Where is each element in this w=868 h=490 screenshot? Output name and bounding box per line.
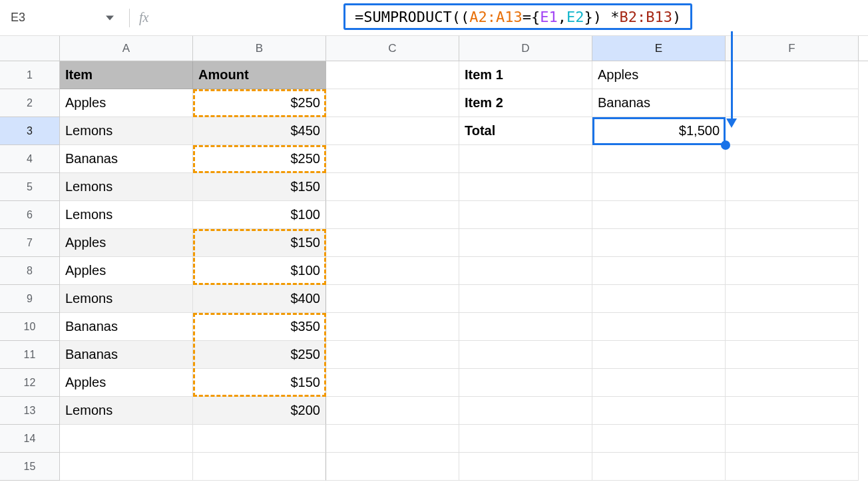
select-all-corner[interactable] [0,36,60,61]
cell-E15[interactable] [592,453,726,481]
cell-F4[interactable] [726,145,859,173]
cell-D15[interactable] [459,453,592,481]
cell-E7[interactable] [592,229,726,257]
cell-F8[interactable] [726,257,859,285]
cell-C6[interactable] [326,201,459,229]
cell-F14[interactable] [726,425,859,453]
cell-E2[interactable]: Bananas [592,89,726,117]
cell-C3[interactable] [326,117,459,145]
cell-A6[interactable]: Lemons [60,201,193,229]
cell-A7[interactable]: Apples [60,229,193,257]
row-header-5[interactable]: 5 [0,173,60,201]
cell-C14[interactable] [326,425,459,453]
cell-F12[interactable] [726,369,859,397]
cell-E5[interactable] [592,173,726,201]
cell-F5[interactable] [726,173,859,201]
row-header-12[interactable]: 12 [0,369,60,397]
cell-D7[interactable] [459,229,592,257]
col-header-A[interactable]: A [60,36,193,61]
cell-E3[interactable]: $1,500 [592,117,726,145]
cell-F1[interactable] [726,61,859,89]
cell-C7[interactable] [326,229,459,257]
cell-C1[interactable] [326,61,459,89]
cell-B10[interactable]: $350 [193,313,326,341]
cell-D8[interactable] [459,257,592,285]
col-header-D[interactable]: D [459,36,592,61]
cell-D10[interactable] [459,313,592,341]
name-box-dropdown-icon[interactable] [100,8,120,28]
cell-F11[interactable] [726,341,859,369]
cell-C4[interactable] [326,145,459,173]
row-header-9[interactable]: 9 [0,285,60,313]
cell-D2[interactable]: Item 2 [459,89,592,117]
cell-D1[interactable]: Item 1 [459,61,592,89]
cell-F9[interactable] [726,285,859,313]
row-header-3[interactable]: 3 [0,117,60,145]
cell-B15[interactable] [193,453,326,481]
cell-A9[interactable]: Lemons [60,285,193,313]
cell-F6[interactable] [726,201,859,229]
col-header-F[interactable]: F [726,36,859,61]
cell-B7[interactable]: $150 [193,229,326,257]
row-header-1[interactable]: 1 [0,61,60,89]
cell-E10[interactable] [592,313,726,341]
cell-D4[interactable] [459,145,592,173]
cell-E8[interactable] [592,257,726,285]
cell-E14[interactable] [592,425,726,453]
cell-B12[interactable]: $150 [193,369,326,397]
cell-F13[interactable] [726,397,859,425]
cell-C11[interactable] [326,341,459,369]
cell-E1[interactable]: Apples [592,61,726,89]
cell-C9[interactable] [326,285,459,313]
cell-A14[interactable] [60,425,193,453]
row-header-7[interactable]: 7 [0,229,60,257]
cell-E6[interactable] [592,201,726,229]
row-header-6[interactable]: 6 [0,201,60,229]
cell-B14[interactable] [193,425,326,453]
row-header-8[interactable]: 8 [0,257,60,285]
cell-D3[interactable]: Total [459,117,592,145]
cell-D9[interactable] [459,285,592,313]
cell-D14[interactable] [459,425,592,453]
cell-F3[interactable] [726,117,859,145]
cell-C8[interactable] [326,257,459,285]
cell-B2[interactable]: $250 [193,89,326,117]
row-header-13[interactable]: 13 [0,397,60,425]
name-box[interactable]: E3 [7,11,100,25]
row-header-4[interactable]: 4 [0,145,60,173]
row-header-2[interactable]: 2 [0,89,60,117]
cell-A5[interactable]: Lemons [60,173,193,201]
cell-D12[interactable] [459,369,592,397]
col-header-C[interactable]: C [326,36,459,61]
cell-A12[interactable]: Apples [60,369,193,397]
cell-B1[interactable]: Amount [193,61,326,89]
cell-E4[interactable] [592,145,726,173]
cell-E9[interactable] [592,285,726,313]
cell-D13[interactable] [459,397,592,425]
cell-B4[interactable]: $250 [193,145,326,173]
cell-B11[interactable]: $250 [193,341,326,369]
col-header-E[interactable]: E [592,36,726,61]
cell-E11[interactable] [592,341,726,369]
cell-F2[interactable] [726,89,859,117]
selection-handle-icon[interactable] [721,140,730,150]
cell-C5[interactable] [326,173,459,201]
col-header-B[interactable]: B [193,36,326,61]
cell-F10[interactable] [726,313,859,341]
cell-C13[interactable] [326,397,459,425]
cell-C10[interactable] [326,313,459,341]
cell-B8[interactable]: $100 [193,257,326,285]
cell-B13[interactable]: $200 [193,397,326,425]
cell-D5[interactable] [459,173,592,201]
row-header-14[interactable]: 14 [0,425,60,453]
cell-F7[interactable] [726,229,859,257]
row-header-11[interactable]: 11 [0,341,60,369]
cell-E12[interactable] [592,369,726,397]
cell-B3[interactable]: $450 [193,117,326,145]
cell-D11[interactable] [459,341,592,369]
cell-A4[interactable]: Bananas [60,145,193,173]
cell-A2[interactable]: Apples [60,89,193,117]
cell-A1[interactable]: Item [60,61,193,89]
cell-F15[interactable] [726,453,859,481]
cell-A8[interactable]: Apples [60,257,193,285]
